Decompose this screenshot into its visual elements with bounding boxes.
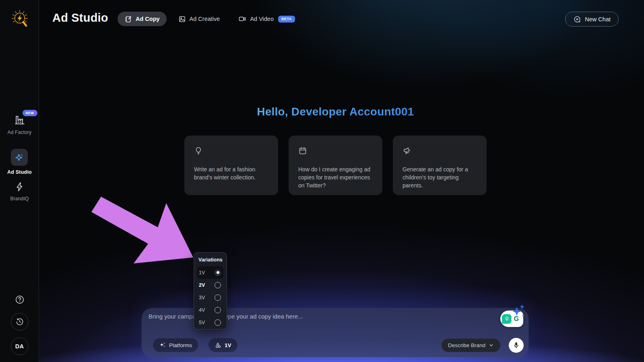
sidebar-footer: DA — [0, 294, 39, 355]
tab-label: Ad Video — [250, 16, 274, 22]
variation-option-5v[interactable]: 5V — [197, 316, 223, 329]
variation-label: 3V — [199, 295, 205, 300]
notepad-pen-icon — [124, 15, 132, 23]
radio-icon[interactable] — [215, 319, 221, 326]
variation-label: 5V — [199, 320, 205, 325]
grammarly-g-icon: G — [511, 314, 522, 324]
sidebar-item-ad-studio[interactable]: Ad Studio — [7, 149, 32, 175]
sidebar: NEW Ad Factory Ad Studio — [0, 0, 39, 362]
suggestion-card-toy[interactable]: Generate an ad copy for a children's toy… — [393, 136, 487, 195]
sidebar-item-label: BrandIQ — [10, 196, 29, 202]
help-button[interactable] — [14, 294, 25, 305]
describe-brand-dropdown[interactable]: Describe Brand — [442, 339, 500, 352]
help-icon — [14, 294, 25, 305]
avatar-initials: DA — [15, 343, 24, 350]
chevron-down-icon — [489, 343, 494, 348]
variations-popup-title: Variations — [198, 257, 223, 263]
variation-option-1v[interactable]: 1V — [197, 266, 223, 279]
composer-toolbar: Platforms 1V Describe Brand — [153, 338, 524, 352]
variations-popup: Variations 1V 2V 3V 4V 5V — [194, 252, 227, 329]
history-icon — [15, 317, 24, 326]
new-chat-icon — [573, 15, 581, 23]
suggestion-text: Write an ad for a fashion brand's winter… — [194, 165, 268, 181]
tab-label: Ad Creative — [190, 16, 220, 22]
suggestion-cards: Write an ad for a fashion brand's winter… — [184, 136, 487, 195]
calendar-icon — [298, 146, 307, 155]
new-badge: NEW — [23, 110, 37, 116]
history-button[interactable] — [11, 313, 29, 331]
page-title: Ad Studio — [52, 11, 108, 25]
radio-icon[interactable] — [215, 294, 221, 301]
grammarly-suggestion-bulb-icon — [502, 314, 512, 324]
sidebar-item-brandiq[interactable]: BrandIQ — [10, 181, 29, 202]
sparkle-icon — [159, 342, 166, 349]
radio-selected-icon[interactable] — [215, 269, 221, 276]
suggestion-text: How do I create engaging ad copies for t… — [298, 165, 373, 189]
megaphone-icon — [402, 146, 411, 155]
beta-badge: BETA — [278, 16, 295, 23]
header-tabs: Ad Copy Ad Creative Ad Video BETA — [118, 12, 302, 26]
app-logo-spark-magnifier[interactable] — [10, 9, 30, 31]
variation-option-4v[interactable]: 4V — [197, 304, 223, 316]
lightning-icon — [14, 181, 25, 192]
variation-option-3v[interactable]: 3V — [197, 291, 223, 304]
variations-button[interactable]: 1V — [208, 338, 237, 352]
variation-label: 2V — [199, 282, 205, 288]
video-camera-icon — [238, 15, 246, 23]
active-tile — [11, 149, 28, 166]
avatar[interactable]: DA — [11, 337, 29, 355]
variations-button-label: 1V — [225, 342, 231, 348]
tab-ad-copy[interactable]: Ad Copy — [118, 12, 167, 26]
variation-label: 1V — [199, 270, 205, 276]
new-chat-button[interactable]: New Chat — [565, 12, 619, 27]
suggestion-text: Generate an ad copy for a children's toy… — [402, 165, 477, 189]
shapes-icon — [215, 342, 221, 349]
describe-brand-label: Describe Brand — [448, 342, 485, 348]
platforms-label: Platforms — [169, 342, 192, 348]
radio-icon[interactable] — [215, 307, 221, 313]
microphone-button[interactable] — [509, 338, 524, 353]
tab-ad-video[interactable]: Ad Video BETA — [231, 12, 301, 26]
microphone-icon — [512, 341, 520, 350]
grammarly-widget[interactable]: G — [500, 311, 523, 327]
radio-icon[interactable] — [215, 282, 221, 288]
variation-label: 4V — [199, 307, 205, 313]
lightbulb-icon — [194, 146, 203, 155]
image-icon — [178, 15, 186, 23]
sidebar-item-label: Ad Factory — [7, 130, 31, 135]
suggestion-card-fashion[interactable]: Write an ad for a fashion brand's winter… — [184, 136, 278, 195]
sidebar-item-ad-factory[interactable]: NEW Ad Factory — [7, 114, 31, 135]
suggestion-card-travel[interactable]: How do I create engaging ad copies for t… — [289, 136, 382, 195]
variation-option-2v[interactable]: 2V — [197, 279, 223, 291]
sidebar-nav: NEW Ad Factory Ad Studio — [0, 114, 39, 202]
tab-ad-creative[interactable]: Ad Creative — [171, 12, 227, 26]
blue-sparkle-icon — [14, 152, 25, 162]
new-chat-label: New Chat — [585, 16, 611, 23]
greeting-title: Hello, Developer Account001 — [39, 105, 632, 118]
tab-label: Ad Copy — [136, 16, 160, 22]
platforms-button[interactable]: Platforms — [153, 338, 198, 352]
sidebar-item-label: Ad Studio — [7, 169, 32, 175]
